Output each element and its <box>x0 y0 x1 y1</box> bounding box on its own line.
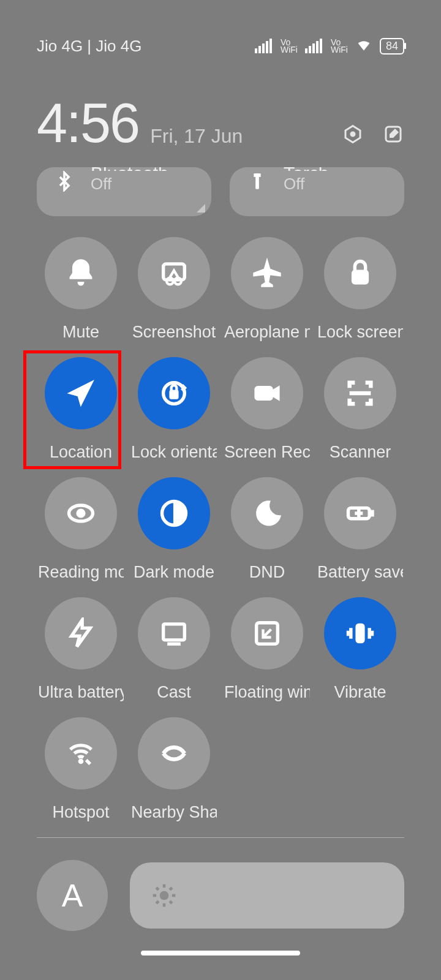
bluetooth-state: Off <box>91 175 168 194</box>
torch-title: Torch <box>284 167 328 171</box>
tile-label: Lock screen <box>317 323 403 342</box>
svg-line-13 <box>170 888 172 890</box>
torch-state: Off <box>284 175 328 194</box>
svg-line-10 <box>156 888 159 890</box>
lock-icon <box>324 237 396 309</box>
tile-label: Floating windows <box>224 683 310 702</box>
bell-icon <box>45 237 117 309</box>
tile-label: Mute <box>62 323 99 342</box>
tile-hotspot[interactable]: Hotspot <box>34 717 127 837</box>
tile-label: Lock orientation <box>131 443 217 462</box>
tile-lockscreen[interactable]: Lock screen <box>314 237 407 357</box>
tile-screenshot[interactable]: Screenshot <box>127 237 221 357</box>
edit-icon[interactable] <box>382 123 404 148</box>
settings-icon[interactable] <box>342 123 364 148</box>
bolt-icon <box>45 597 117 669</box>
plane-icon <box>231 237 303 309</box>
tile-aeroplane[interactable]: Aeroplane mode <box>221 237 314 357</box>
torch-icon <box>247 167 268 192</box>
floating-icon <box>231 597 303 669</box>
tile-label: Aeroplane mode <box>224 323 310 342</box>
hotspot-icon <box>45 717 117 790</box>
tile-batterysaver[interactable]: Battery saver <box>314 477 407 597</box>
scan-icon <box>324 357 396 429</box>
tile-lockorient[interactable]: Lock orientation <box>127 357 221 477</box>
bluetooth-title: Bluetooth <box>91 167 168 171</box>
tile-vibrate[interactable]: Vibrate <box>314 597 407 717</box>
vibrate-icon <box>324 597 396 669</box>
tile-label: Vibrate <box>334 683 386 702</box>
tile-screenrec[interactable]: Screen Recorder <box>221 357 314 477</box>
auto-brightness-label: A <box>62 877 83 914</box>
svg-line-11 <box>170 901 172 903</box>
signal-icon <box>255 39 272 53</box>
tile-label: Screenshot <box>132 323 216 342</box>
screenshot-icon <box>138 237 210 309</box>
brightness-slider[interactable] <box>130 862 404 929</box>
tile-label: Cast <box>157 683 191 702</box>
tile-dnd[interactable]: DND <box>221 477 314 597</box>
battery-indicator: 84 <box>380 38 404 55</box>
tile-cast[interactable]: Cast <box>127 597 221 717</box>
tile-label: Reading mode <box>38 563 124 582</box>
tile-darkmode[interactable]: Dark mode <box>127 477 221 597</box>
svg-point-5 <box>160 891 169 900</box>
status-bar: Jio 4G | Jio 4G VoWiFi VoWiFi 84 <box>0 0 441 92</box>
svg-rect-4 <box>254 173 260 177</box>
tile-scanner[interactable]: Scanner <box>314 357 407 477</box>
contrast-icon <box>138 477 210 549</box>
tile-label: Hotspot <box>52 803 109 822</box>
svg-point-1 <box>351 132 355 136</box>
tile-location[interactable]: Location <box>34 357 127 477</box>
tile-ultrabattery[interactable]: Ultra battery <box>34 597 127 717</box>
tile-label: Dark mode <box>134 563 214 582</box>
expand-corner-icon[interactable] <box>197 204 205 213</box>
bluetooth-icon <box>54 167 75 192</box>
location-icon <box>45 357 117 429</box>
video-icon <box>231 357 303 429</box>
rotate-lock-icon <box>138 357 210 429</box>
wifi-icon <box>355 36 372 57</box>
carrier-label: Jio 4G | Jio 4G <box>37 37 142 56</box>
tile-label: DND <box>249 563 285 582</box>
auto-brightness-button[interactable]: A <box>37 860 108 931</box>
bluetooth-tile[interactable]: Bluetooth Off <box>37 167 211 216</box>
home-indicator[interactable] <box>141 951 300 956</box>
quick-settings-grid: MuteScreenshotAeroplane modeLock screenL… <box>0 235 441 837</box>
tile-label: Battery saver <box>317 563 403 582</box>
tile-mute[interactable]: Mute <box>34 237 127 357</box>
tile-label: Screen Recorder <box>224 443 310 462</box>
vowifi-label-2: VoWiFi <box>331 39 348 53</box>
torch-tile[interactable]: Torch Off <box>230 167 404 216</box>
tile-label: Scanner <box>330 443 391 462</box>
vowifi-label-1: VoWiFi <box>281 39 298 53</box>
clock: 4:56 <box>37 92 139 155</box>
svg-line-12 <box>156 901 159 903</box>
signal-icon-2 <box>305 39 322 53</box>
tile-label: Nearby Share <box>131 803 217 822</box>
date: Fri, 17 Jun <box>150 125 243 155</box>
nearby-icon <box>138 717 210 790</box>
tile-label: Ultra battery <box>38 683 124 702</box>
battery-plus-icon <box>324 477 396 549</box>
tile-label: Location <box>50 443 112 462</box>
eye-icon <box>45 477 117 549</box>
tile-nearbyshare[interactable]: Nearby Share <box>127 717 221 837</box>
qs-header: 4:56 Fri, 17 Jun <box>0 92 441 167</box>
tile-readingmode[interactable]: Reading mode <box>34 477 127 597</box>
cast-icon <box>138 597 210 669</box>
moon-icon <box>231 477 303 549</box>
brightness-icon <box>151 882 178 909</box>
tile-floatingwin[interactable]: Floating windows <box>221 597 314 717</box>
